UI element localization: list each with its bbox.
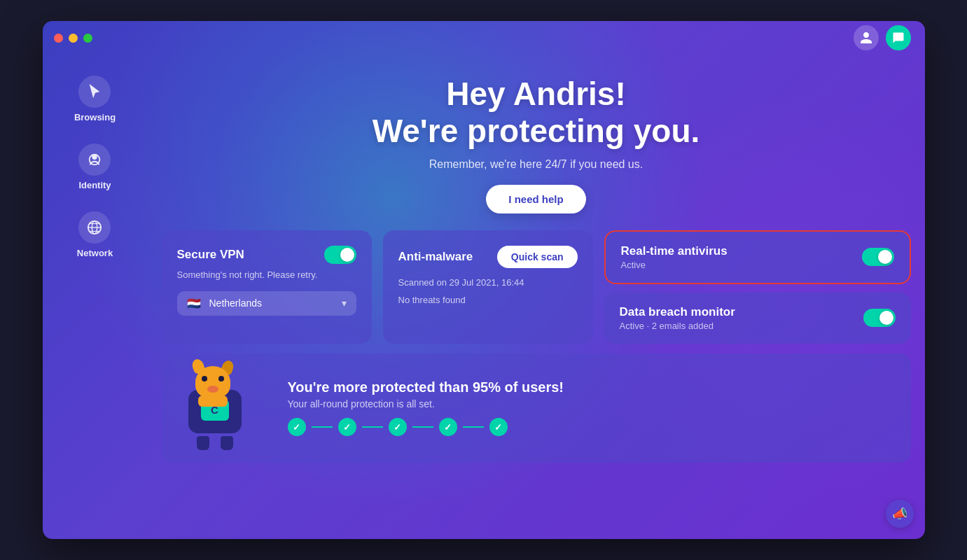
quick-scan-button[interactable]: Quick scan (497, 246, 578, 268)
titlebar (43, 21, 925, 55)
vpn-status-error: Something's not right. Please retry. (177, 270, 356, 280)
sidebar-item-network[interactable]: Network (77, 211, 113, 258)
network-icon (78, 211, 111, 244)
dog-eye-left (202, 376, 207, 382)
user-avatar-button[interactable] (854, 25, 879, 50)
globe-icon (87, 220, 102, 235)
hero-subtitle: Remember, we're here 24/7 if you need us… (373, 158, 700, 171)
robot-leg-right (221, 436, 233, 450)
identity-icon (78, 144, 111, 176)
breach-info: Data breach monitor Active · 2 emails ad… (620, 305, 735, 331)
sidebar-item-identity[interactable]: Identity (78, 144, 111, 190)
check-3: ✓ (389, 418, 407, 436)
sidebar-network-label: Network (77, 248, 113, 258)
sidebar: Browsing Identity (43, 55, 148, 539)
breach-toggle[interactable] (863, 309, 896, 327)
vpn-toggle[interactable] (324, 246, 356, 264)
hero-section: Hey Andris! We're protecting you. Rememb… (373, 76, 700, 214)
breach-card-header: Data breach monitor Active · 2 emails ad… (620, 305, 896, 331)
chat-icon (892, 31, 905, 44)
antivirus-card-header: Real-time antivirus Active (621, 244, 894, 270)
vpn-location-selector[interactable]: 🇳🇱 Netherlands ▾ (177, 291, 356, 316)
netherlands-flag: 🇳🇱 (187, 297, 201, 310)
breach-title: Data breach monitor (620, 305, 735, 318)
dog-eye-right (218, 376, 224, 382)
check-line-4 (463, 426, 484, 428)
check-5: ✓ (489, 418, 508, 436)
person-icon (87, 152, 102, 167)
greeting-line2: We're protecting you. (373, 113, 700, 149)
sidebar-browsing-label: Browsing (74, 112, 116, 122)
dog-head (195, 366, 230, 398)
hero-title: Hey Andris! We're protecting you. (373, 76, 700, 150)
vpn-card-header: Secure VPN (177, 246, 356, 264)
antimalware-title: Anti-malware (398, 250, 473, 264)
mascot-area: C (183, 366, 274, 450)
vpn-title: Secure VPN (177, 248, 244, 262)
protection-checks: ✓ ✓ ✓ ✓ ✓ (288, 418, 890, 436)
cards-grid: Secure VPN Something's not right. Please… (148, 230, 925, 344)
antivirus-info: Real-time antivirus Active (621, 244, 728, 270)
protection-title: You're more protected than 95% of users! (288, 379, 890, 396)
breach-card: Data breach monitor Active · 2 emails ad… (604, 293, 911, 344)
protection-info: You're more protected than 95% of users!… (288, 379, 890, 436)
check-line-2 (362, 426, 383, 428)
antimalware-card: Anti-malware Quick scan Scanned on 29 Ju… (383, 230, 593, 344)
antimalware-card-header: Anti-malware Quick scan (398, 246, 578, 268)
breach-status: Active · 2 emails added (620, 321, 735, 331)
check-line-3 (412, 426, 433, 428)
robot-legs (188, 436, 242, 450)
app-window: Browsing Identity (43, 21, 925, 539)
chat-button[interactable] (886, 25, 911, 50)
minimize-button[interactable] (69, 34, 78, 43)
user-icon (859, 31, 873, 45)
check-4: ✓ (439, 418, 457, 436)
dog-nose (207, 386, 218, 393)
antivirus-status: Active (621, 260, 728, 270)
traffic-lights (54, 34, 92, 43)
check-1: ✓ (288, 418, 306, 436)
antivirus-title: Real-time antivirus (621, 244, 728, 258)
protection-subtitle: Your all-round protection is all set. (288, 398, 890, 410)
dog-mascot (195, 366, 230, 401)
help-button[interactable]: I need help (486, 185, 585, 214)
antivirus-toggle[interactable] (862, 248, 894, 266)
main-content: Hey Andris! We're protecting you. Rememb… (148, 55, 925, 539)
greeting-line1: Hey Andris! (446, 76, 625, 112)
antivirus-card: Real-time antivirus Active (604, 230, 911, 284)
titlebar-right (854, 25, 911, 50)
cursor-icon (87, 84, 102, 99)
chevron-down-icon: ▾ (342, 298, 347, 309)
check-2: ✓ (338, 418, 356, 436)
protection-banner: C You're more protected than 95% of user… (162, 354, 911, 463)
sidebar-item-browsing[interactable]: Browsing (74, 76, 116, 122)
scan-date: Scanned on 29 Jul 2021, 16:44 (398, 276, 578, 289)
check-line-1 (312, 426, 333, 428)
fullscreen-button[interactable] (83, 34, 92, 43)
vpn-location-name: Netherlands (209, 298, 336, 309)
vpn-card: Secure VPN Something's not right. Please… (162, 230, 372, 344)
robot-leg-left (197, 436, 209, 450)
no-threats-text: No threats found (398, 295, 578, 305)
dog-body-peek (198, 396, 228, 407)
browsing-icon (78, 76, 111, 108)
sidebar-identity-label: Identity (78, 180, 111, 190)
close-button[interactable] (54, 34, 63, 43)
right-cards: Real-time antivirus Active Data breach m… (604, 230, 911, 344)
